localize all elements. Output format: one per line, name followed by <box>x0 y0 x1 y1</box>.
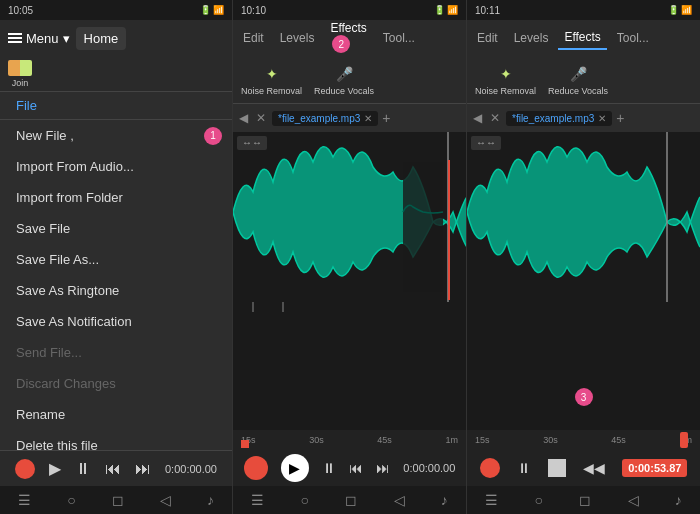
tab-edit-3[interactable]: Edit <box>471 27 504 49</box>
panel-3: 10:11 🔋 📶 Edit Levels Effects Tool... ✦ … <box>467 0 700 514</box>
tab-levels-3[interactable]: Levels <box>508 27 555 49</box>
transport-bar-2: ▶ ⏸ ⏮ ⏭ 0:00:00.00 <box>233 450 466 486</box>
reduce-vocals-button-3[interactable]: 🎤 Reduce Vocals <box>548 64 608 96</box>
status-bar-3: 10:11 🔋 📶 <box>467 0 700 20</box>
file-tab-2[interactable]: *file_example.mp3 ✕ <box>272 111 378 126</box>
join-icon <box>8 60 32 76</box>
menu-item-delete-file[interactable]: Delete this file <box>0 430 232 450</box>
menu-item-send-file: Send File... <box>0 337 232 368</box>
waveform-area-3: ↔↔ 3 <box>467 132 700 430</box>
menu-item-rename[interactable]: Rename <box>0 399 232 430</box>
effects-bar-3: ✦ Noise Removal 🎤 Reduce Vocals <box>467 56 700 104</box>
status-icons-1: 🔋 📶 <box>200 5 224 15</box>
time-display-2: 0:00:00.00 <box>403 462 455 474</box>
play-button-2[interactable]: ▶ <box>281 454 309 482</box>
skip-prev-button-2[interactable]: ⏮ <box>349 460 363 476</box>
noise-removal-button-2[interactable]: ✦ Noise Removal <box>241 64 302 96</box>
nav-bar-1: ☰ ○ ◻ ◁ ♪ <box>0 486 232 514</box>
close-file-tab-2[interactable]: ✕ <box>364 113 372 124</box>
tab-effects-2[interactable]: Effects 2 <box>324 17 372 59</box>
tab-edit-2[interactable]: Edit <box>237 27 270 49</box>
record-button-2[interactable] <box>244 456 268 480</box>
nav-square-icon-3[interactable]: ◻ <box>579 492 591 508</box>
join-button[interactable]: Join <box>8 60 32 88</box>
close-file-tab-3[interactable]: ✕ <box>598 113 606 124</box>
nav-menu-icon-2[interactable]: ☰ <box>251 492 264 508</box>
timeline-labels-2: 15s 30s 45s 1m <box>241 435 458 445</box>
close-tab-2[interactable]: ✕ <box>254 109 268 127</box>
noise-removal-button-3[interactable]: ✦ Noise Removal <box>475 64 536 96</box>
record-button-3[interactable] <box>480 458 500 478</box>
nav-arrow-left-3[interactable]: ◀ <box>471 109 484 127</box>
menu-button[interactable]: Menu ▾ <box>8 31 70 46</box>
pause-button-1[interactable]: ⏸ <box>75 460 91 478</box>
home-tab[interactable]: Home <box>76 27 127 50</box>
stop-button-3[interactable] <box>548 459 566 477</box>
nav-menu-icon-3[interactable]: ☰ <box>485 492 498 508</box>
nav-back-icon[interactable]: ◁ <box>160 492 171 508</box>
editor-tabs-3: Edit Levels Effects Tool... <box>467 20 700 56</box>
nav-circle-icon-2[interactable]: ○ <box>300 492 308 508</box>
playhead-2 <box>448 160 450 300</box>
timeline-2: 15s 30s 45s 1m <box>233 430 466 450</box>
file-menu-header: File <box>0 92 232 120</box>
transport-bar-3: ⏸ ◀◀ 0:00:53.87 <box>467 450 700 486</box>
status-time-2: 10:10 <box>241 5 266 16</box>
menu-item-save-file-as[interactable]: Save File As... <box>0 244 232 275</box>
nav-square-icon-2[interactable]: ◻ <box>345 492 357 508</box>
nav-circle-icon-3[interactable]: ○ <box>534 492 542 508</box>
nav-circle-icon[interactable]: ○ <box>67 492 75 508</box>
tab-tools-3[interactable]: Tool... <box>611 27 655 49</box>
tab-levels-2[interactable]: Levels <box>274 27 321 49</box>
nav-arrow-left-2[interactable]: ◀ <box>237 109 250 127</box>
volume-icon-3[interactable]: ◀◀ <box>583 460 605 476</box>
menu-item-new-file[interactable]: New File , 1 <box>0 120 232 151</box>
status-bar-1: 10:05 🔋 📶 <box>0 0 232 20</box>
status-time-1: 10:05 <box>8 5 33 16</box>
nav-person-icon[interactable]: ♪ <box>207 492 214 508</box>
record-button-1[interactable] <box>15 459 35 479</box>
nav-person-icon-3[interactable]: ♪ <box>675 492 682 508</box>
file-tab-3[interactable]: *file_example.mp3 ✕ <box>506 111 612 126</box>
top-bar-1: Menu ▾ Home <box>0 20 232 56</box>
timeline-labels-3: 15s 30s 45s 1m <box>475 435 692 445</box>
status-icons-2: 🔋 📶 <box>434 5 458 15</box>
menu-item-save-notification[interactable]: Save As Notification <box>0 306 232 337</box>
menu-item-import-folder[interactable]: Import from Folder <box>0 182 232 213</box>
menu-item-save-file[interactable]: Save File <box>0 213 232 244</box>
add-tab-2[interactable]: + <box>382 110 390 126</box>
status-icons-3: 🔋 📶 <box>668 5 692 15</box>
pause-button-3[interactable]: ⏸ <box>517 460 531 476</box>
battery-icon-3: 🔋 <box>668 5 679 15</box>
file-tab-bar-2: ◀ ✕ *file_example.mp3 ✕ + <box>233 104 466 132</box>
waveform-svg-3: ↔↔ <box>467 132 700 430</box>
menu-item-discard-changes: Discard Changes <box>0 368 232 399</box>
tab-tools-2[interactable]: Tool... <box>377 27 421 49</box>
reduce-vocals-button-2[interactable]: 🎤 Reduce Vocals <box>314 64 374 96</box>
nav-home-icon[interactable]: ☰ <box>18 492 31 508</box>
add-tab-3[interactable]: + <box>616 110 624 126</box>
skip-next-button-2[interactable]: ⏭ <box>376 460 390 476</box>
nav-square-icon[interactable]: ◻ <box>112 492 124 508</box>
menu-item-import-audio[interactable]: Import From Audio... <box>0 151 232 182</box>
play-button-1[interactable]: ▶ <box>49 459 61 478</box>
tab-effects-3[interactable]: Effects <box>558 26 606 50</box>
nav-person-icon-2[interactable]: ♪ <box>441 492 448 508</box>
menu-item-save-ringtone[interactable]: Save As Ringtone <box>0 275 232 306</box>
time-display-1: 0:00:00.00 <box>165 463 217 475</box>
nav-back-icon-3[interactable]: ◁ <box>628 492 639 508</box>
file-menu: File New File , 1 Import From Audio... I… <box>0 92 232 450</box>
skip-prev-button-1[interactable]: ⏮ <box>105 460 121 478</box>
skip-next-button-1[interactable]: ⏭ <box>135 460 151 478</box>
reduce-vocals-icon-3: 🎤 <box>566 64 590 84</box>
hamburger-icon <box>8 33 22 43</box>
timeline-3: 15s 30s 45s 1m <box>467 430 700 450</box>
pause-button-2[interactable]: ⏸ <box>322 460 336 476</box>
panel-2: 10:10 🔋 📶 Edit Levels Effects 2 Tool... … <box>233 0 467 514</box>
svg-text:↔↔: ↔↔ <box>242 137 262 148</box>
transport-bar-1: ▶ ⏸ ⏮ ⏭ 0:00:00.00 <box>0 450 232 486</box>
nav-back-icon-2[interactable]: ◁ <box>394 492 405 508</box>
waveform-svg-2: ↔↔ <box>233 132 466 430</box>
effects-bar-2: ✦ Noise Removal 🎤 Reduce Vocals <box>233 56 466 104</box>
close-tab-3[interactable]: ✕ <box>488 109 502 127</box>
